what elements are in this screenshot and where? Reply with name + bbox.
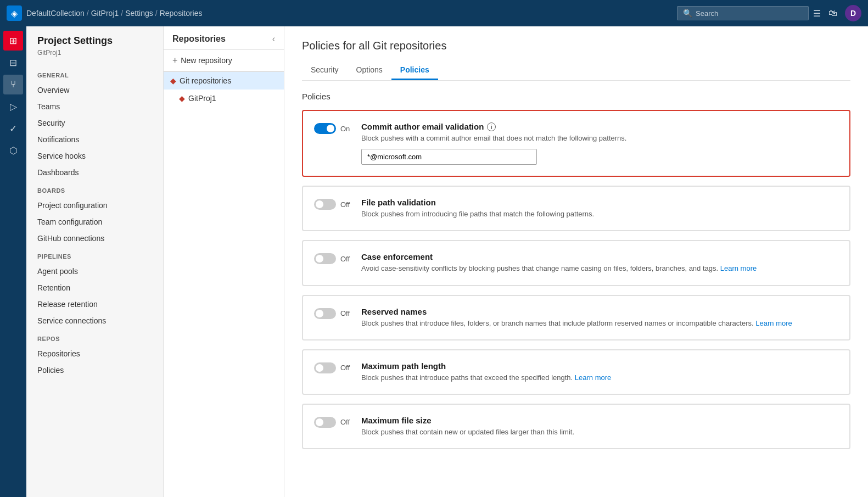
policy-desc-file-path-validation: Block pushes from introducing file paths… [361,209,838,219]
sidebar-item-project-configuration[interactable]: Project configuration [26,197,163,214]
policy-row-case-enforcement: Off Case enforcement Avoid case-sensitiv… [314,252,838,273]
rail-home[interactable]: ⊞ [3,31,23,51]
avatar[interactable]: D [845,5,861,21]
rail-boards[interactable]: ⊟ [3,53,23,72]
policies-section: Policies On Commit author email validati… [302,92,850,449]
sidebar-item-retention[interactable]: Retention [26,280,163,296]
policy-info-file-path-validation: File path validation Block pushes from i… [361,198,838,219]
policy-card-file-path-validation: Off File path validation Block pushes fr… [302,186,850,231]
policy-card-reserved-names: Off Reserved names Block pushes that int… [302,295,850,340]
tab-options[interactable]: Options [348,61,391,80]
breadcrumb-collection[interactable]: DefaultCollection [26,9,85,18]
toggle-wrap-reserved-names: Off [314,307,352,319]
policy-title-commit-author-email: Commit author email validation i [361,122,838,131]
collapse-button[interactable]: ‹ [272,34,275,44]
tab-security[interactable]: Security [302,61,348,80]
sidebar-item-agent-pools[interactable]: Agent pools [26,263,163,280]
toggle-state-label-maximum-path-length: Off [340,364,350,372]
toggle-state-label-reserved-names: Off [340,309,350,317]
policy-desc-commit-author-email: Block pushes with a commit author email … [361,133,838,143]
sidebar-item-github-connections[interactable]: GitHub connections [26,230,163,247]
topbar-actions: ☰ 🛍 D [813,5,861,21]
sidebar-item-teams[interactable]: Teams [26,98,163,115]
policy-row-maximum-path-length: Off Maximum path length Block pushes tha… [314,361,838,383]
policy-title-file-path-validation: File path validation [361,198,838,207]
toggle-wrap-commit-author-email: On [314,122,352,134]
rail-repos[interactable]: ⑂ [3,75,23,94]
search-input[interactable] [696,9,803,18]
toggle-wrap-file-path-validation: Off [314,198,352,210]
policy-info-case-enforcement: Case enforcement Avoid case-sensitivity … [361,252,838,273]
breadcrumb-settings[interactable]: Settings [125,9,153,18]
policy-desc-maximum-path-length: Block pushes that introduce paths that e… [361,373,838,383]
git-icon: ◆ [170,76,176,85]
sidebar-item-release-retention[interactable]: Release retention [26,296,163,312]
toggle-wrap-case-enforcement: Off [314,252,352,264]
bag-icon[interactable]: 🛍 [828,8,837,18]
toggle-commit-author-email[interactable] [314,123,336,134]
policy-title-case-enforcement: Case enforcement [361,252,838,261]
policy-card-maximum-path-length: Off Maximum path length Block pushes tha… [302,349,850,395]
app-logo[interactable]: ◈ [7,5,22,21]
policy-title-maximum-path-length: Maximum path length [361,361,838,371]
policy-card-case-enforcement: Off Case enforcement Avoid case-sensitiv… [302,240,850,286]
list-icon[interactable]: ☰ [813,8,821,19]
search-box[interactable]: 🔍 [677,6,809,20]
toggle-maximum-file-size[interactable] [314,417,336,428]
learn-more-reserved-names[interactable]: Learn more [755,319,792,327]
policy-desc-maximum-file-size: Block pushes that contain new or updated… [361,427,838,437]
toggle-wrap-maximum-file-size: Off [314,416,352,428]
learn-more-case-enforcement[interactable]: Learn more [720,264,757,272]
repo-item-git-repositories[interactable]: ◆ Git repositories [164,72,284,90]
rail-testplans[interactable]: ✓ [3,119,23,138]
policy-desc-reserved-names: Block pushes that introduce files, folde… [361,319,838,328]
sidebar-item-policies[interactable]: Policies [26,362,163,378]
sidebar-title: Project Settings [26,35,163,49]
tab-policies[interactable]: Policies [391,61,438,80]
repo-panel: Repositories ‹ + New repository ◆ Git re… [164,26,284,497]
topbar: ◈ DefaultCollection / GitProj1 / Setting… [0,0,868,26]
policy-info-reserved-names: Reserved names Block pushes that introdu… [361,307,838,328]
policy-desc-case-enforcement: Avoid case-sensitivity conflicts by bloc… [361,264,838,273]
info-icon-commit-author-email[interactable]: i [487,122,496,131]
policy-row-reserved-names: Off Reserved names Block pushes that int… [314,307,838,328]
plus-icon: + [172,55,177,65]
learn-more-maximum-path-length[interactable]: Learn more [575,373,611,382]
page-title: Policies for all Git repositories [302,40,850,52]
rail-pipelines[interactable]: ▷ [3,97,23,116]
sidebar-item-dashboards[interactable]: Dashboards [26,164,163,181]
toggle-reserved-names[interactable] [314,308,336,319]
sidebar-group-repos: Repos [26,329,163,345]
sidebar-group-boards: Boards [26,181,163,197]
toggle-case-enforcement[interactable] [314,253,336,264]
policy-info-maximum-file-size: Maximum file size Block pushes that cont… [361,416,838,437]
rail-artifacts[interactable]: ⬡ [3,141,23,160]
policy-info-maximum-path-length: Maximum path length Block pushes that in… [361,361,838,383]
repo-item-gitproj1[interactable]: ◆ GitProj1 [164,90,284,107]
policy-title-reserved-names: Reserved names [361,307,838,316]
sidebar: Project Settings GitProj1 General Overvi… [26,26,164,497]
policy-card-commit-author-email: On Commit author email validation i Bloc… [302,110,850,177]
new-repository-button[interactable]: + New repository [164,50,284,71]
sidebar-item-notifications[interactable]: Notifications [26,131,163,148]
sidebar-item-service-connections[interactable]: Service connections [26,312,163,329]
toggle-state-label-case-enforcement: Off [340,255,350,263]
main-layout: Project Settings GitProj1 General Overvi… [26,26,868,497]
search-icon: 🔍 [683,9,692,18]
breadcrumb-repositories[interactable]: Repositories [160,9,203,18]
sidebar-subtitle: GitProj1 [26,49,163,65]
sidebar-item-overview[interactable]: Overview [26,82,163,98]
breadcrumb: DefaultCollection / GitProj1 / Settings … [26,9,203,18]
sidebar-item-service-hooks[interactable]: Service hooks [26,148,163,164]
policy-title-maximum-file-size: Maximum file size [361,416,838,425]
toggle-file-path-validation[interactable] [314,199,336,210]
policy-info-commit-author-email: Commit author email validation i Block p… [361,122,838,165]
policy-row-maximum-file-size: Off Maximum file size Block pushes that … [314,416,838,437]
policy-input-commit-author-email[interactable] [361,149,537,165]
toggle-wrap-maximum-path-length: Off [314,361,352,373]
sidebar-item-repositories[interactable]: Repositories [26,345,163,362]
sidebar-item-team-configuration[interactable]: Team configuration [26,214,163,230]
sidebar-item-security[interactable]: Security [26,115,163,131]
toggle-maximum-path-length[interactable] [314,362,336,373]
breadcrumb-project[interactable]: GitProj1 [91,9,119,18]
